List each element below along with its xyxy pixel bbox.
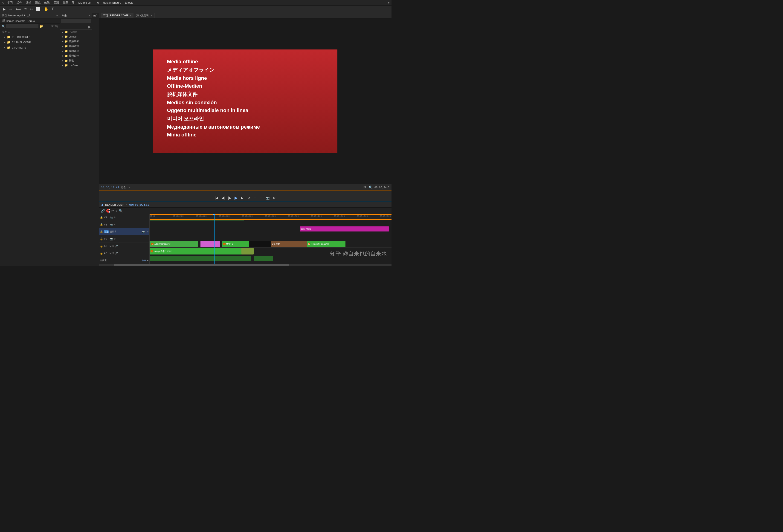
a2-s-label[interactable]: S xyxy=(112,252,114,254)
menu-item-effects2[interactable]: Effects xyxy=(125,1,133,4)
v4-lock-icon[interactable]: 🔒 xyxy=(100,216,103,219)
menu-item-jw[interactable]: _jw xyxy=(95,1,99,4)
fit-dropdown-icon[interactable]: ▼ xyxy=(128,186,130,189)
zoom-icon[interactable]: 🔍 xyxy=(369,185,373,189)
clip-footage-fx-v2[interactable]: fx footage fx [83.33%] xyxy=(307,241,345,247)
tab-source[interactable]: 源: (无剪辑) ≡ xyxy=(134,13,154,18)
menu-more-icon[interactable]: » xyxy=(388,1,390,4)
v3-lock-icon[interactable]: 🔒 xyxy=(100,223,103,226)
effects-item-preset[interactable]: ▶ 📁 预设 xyxy=(60,58,92,63)
effects-item-template[interactable]: ▶ 📁 Шаблон xyxy=(60,63,92,68)
clip-crossdissolve[interactable]: 交叉溶解 xyxy=(271,241,307,247)
v1-lock-icon[interactable]: 🔒 xyxy=(100,238,103,241)
track-row-v4[interactable]: Color Matte xyxy=(150,225,392,233)
menu-item-ruslan[interactable]: Ruslan Enduro xyxy=(103,1,121,4)
folder-item-edit-comp[interactable]: ▶ 📁 01 EDIT COMP xyxy=(0,34,60,39)
timeline-expand-icon[interactable]: ◀ xyxy=(101,203,103,207)
track-row-v3[interactable] xyxy=(150,233,392,240)
v1-eye-icon[interactable]: 👁 xyxy=(114,238,116,240)
tl-tool-link[interactable]: 🔗 xyxy=(101,209,105,213)
home-icon[interactable]: ⌂ xyxy=(2,1,4,5)
track-row-a2[interactable] xyxy=(150,262,392,264)
project-panel-menu-icon[interactable]: ≡ xyxy=(56,14,58,17)
menu-item-audio[interactable]: 音频 xyxy=(53,1,59,5)
menu-item-color[interactable]: 颜色 xyxy=(35,1,40,5)
loop-btn[interactable]: ⟳ xyxy=(247,196,251,200)
safe-margin-btn[interactable]: ⊡ xyxy=(253,196,257,200)
sort-arrow-icon[interactable]: ▲ xyxy=(8,30,10,33)
effects-menu-icon[interactable]: ≡ xyxy=(89,14,90,17)
tl-tool-markers[interactable]: ✂ xyxy=(112,209,114,213)
clip-color-matte[interactable]: Color Matte xyxy=(300,226,389,231)
clip-pink[interactable] xyxy=(200,241,220,247)
next-edit-btn[interactable]: ▶| xyxy=(240,196,245,200)
timeline-scrollbar-thumb[interactable] xyxy=(114,264,289,266)
menu-item-edit[interactable]: 编辑 xyxy=(26,1,31,5)
a1-mic-icon[interactable]: 🎤 xyxy=(115,245,118,248)
tl-tool-zoom[interactable]: 🔍 xyxy=(119,209,123,213)
select-tool[interactable]: ▶ xyxy=(2,6,6,12)
track-select-tool[interactable]: ↔ xyxy=(8,7,13,12)
menu-item-graphics[interactable]: 图形 xyxy=(63,1,68,5)
menu-item-dd-big-bin[interactable]: DD-big bin xyxy=(78,1,91,4)
a1-s-label[interactable]: S xyxy=(112,245,114,247)
folder-item-others[interactable]: ▶ 📁 03 OTHERS xyxy=(0,45,60,50)
rolling-tool[interactable]: ⟲ xyxy=(23,6,28,12)
text-tool[interactable]: T xyxy=(51,7,55,12)
master-expand-icon[interactable]: ▶ xyxy=(147,259,149,262)
new-folder-icon[interactable]: 📁 xyxy=(39,25,43,28)
timeline-ruler[interactable]: 00;00 00;00;02;00 00;00;04;00 00;00;06;0… xyxy=(150,214,392,219)
a1-lock-icon[interactable]: 🔒 xyxy=(100,245,103,248)
quality-select[interactable]: 1/4 xyxy=(362,186,367,189)
effects-item-video-fx[interactable]: ▶ 📁 视频效果 xyxy=(60,49,92,53)
hand-tool[interactable]: ✋ xyxy=(43,6,49,12)
output-btn[interactable]: ⊞ xyxy=(259,196,263,200)
clip-adjustment-layer[interactable]: fx Adjustment Layer xyxy=(150,241,198,247)
clip-olive-v1[interactable] xyxy=(242,248,254,254)
step-fwd-btn[interactable]: |▶ xyxy=(227,196,232,200)
a2-m-label[interactable]: M xyxy=(109,252,112,254)
export-frame-btn[interactable]: 📷 xyxy=(265,196,271,200)
a1-m-label[interactable]: M xyxy=(109,245,112,247)
track-row-v2[interactable]: fx Adjustment Layer fx MAIN 2 xyxy=(150,240,392,248)
fit-label[interactable]: 适合 xyxy=(121,186,126,189)
v3-eye-icon[interactable]: 👁 xyxy=(114,223,116,226)
effects-expand-toggle[interactable]: ▶ xyxy=(88,25,91,29)
menu-item-learn[interactable]: 学习 xyxy=(7,1,13,5)
effects-item-video-trans[interactable]: ▶ 📁 视频过渡 xyxy=(60,53,92,58)
menu-item-library[interactable]: 库 xyxy=(72,1,74,5)
effects-search-input[interactable] xyxy=(61,19,91,23)
settings-btn[interactable]: ⚙ xyxy=(272,196,277,200)
effects-item-lumetri[interactable]: ▶ 📁 Lumetri xyxy=(60,34,92,39)
step-back-btn[interactable]: ◀| xyxy=(220,196,226,200)
folder-item-final-comp[interactable]: ▶ 📁 02 FINAL COMP xyxy=(0,39,60,45)
v2-eye-icon[interactable]: 👁 xyxy=(146,230,149,233)
tl-tool-settings[interactable]: ≡ xyxy=(116,209,117,213)
tab-render-comp[interactable]: 节目: RENDER COMP ≡ xyxy=(101,13,133,18)
tab-render-menu-icon[interactable]: ≡ xyxy=(130,14,131,17)
a2-mic-icon[interactable]: 🎤 xyxy=(115,252,118,255)
shuttle-fwd-btn[interactable]: ▶ xyxy=(233,195,239,201)
timeline-menu-icon[interactable]: ≡ xyxy=(126,204,127,206)
a2-lock-icon[interactable]: 🔒 xyxy=(100,252,103,255)
preview-ruler[interactable] xyxy=(99,190,392,194)
clip-audio-a1-small[interactable] xyxy=(254,256,273,261)
tab-source-menu-icon[interactable]: ≡ xyxy=(151,14,152,17)
razor-tool[interactable]: ✂ xyxy=(29,7,34,11)
track-row-a1[interactable] xyxy=(150,255,392,262)
timeline-scrollbar[interactable] xyxy=(99,264,392,266)
menu-item-effects[interactable]: 效果 xyxy=(44,1,50,5)
effects-item-audio-trans[interactable]: ▶ 📁 音频过渡 xyxy=(60,44,92,49)
v4-eye-icon[interactable]: 👁 xyxy=(114,216,116,219)
shuttle-left-btn[interactable]: |◀ xyxy=(214,196,219,200)
tl-tool-snap[interactable]: 🧲 xyxy=(106,209,110,213)
ripple-tool[interactable]: ⟺ xyxy=(15,6,22,12)
timeline-content[interactable]: 00;00 00;00;02;00 00;00;04;00 00;00;06;0… xyxy=(150,214,392,264)
clip-main2[interactable]: fx MAIN 2 xyxy=(222,241,249,247)
slip-tool[interactable]: ⬜ xyxy=(35,6,41,12)
clip-footage-v1[interactable]: fx footage fx [83.33%] xyxy=(150,248,244,254)
effects-item-audio-fx[interactable]: ▶ 📁 音频效果 xyxy=(60,39,92,44)
v2-lock-icon[interactable]: 🔒 xyxy=(100,230,103,233)
track-row-v1[interactable]: fx footage fx [83.33%] xyxy=(150,248,392,255)
project-search-input[interactable] xyxy=(6,24,38,28)
